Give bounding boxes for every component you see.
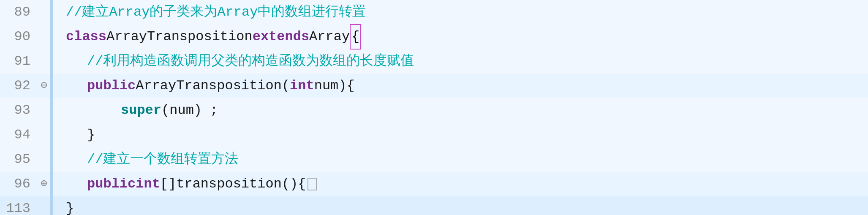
comment-89: //建立Array的子类来为Array中的数组进行转置 bbox=[66, 0, 366, 24]
code-content-96: public int [] transposition () { bbox=[53, 172, 868, 196]
code-line-91: 91 //利用构造函数调用父类的构造函数为数组的长度赋值 bbox=[0, 49, 868, 74]
left-bar-93 bbox=[50, 98, 53, 123]
left-bar-95 bbox=[50, 147, 53, 172]
code-content-94: } bbox=[53, 123, 868, 147]
keyword-super: super bbox=[121, 99, 161, 122]
line-number-93: 93 bbox=[0, 99, 38, 122]
method-brace: { bbox=[298, 172, 306, 196]
left-bar-89 bbox=[50, 0, 53, 25]
code-line-94: 94 } bbox=[0, 123, 868, 147]
line-indicator-92: ⊖ bbox=[38, 76, 50, 96]
closing-brace-113: } bbox=[66, 197, 74, 215]
line-number-94: 94 bbox=[0, 123, 38, 147]
code-line-113: 113 } bbox=[0, 196, 868, 215]
method-name: transposition bbox=[176, 172, 282, 196]
super-call: (num) ; bbox=[161, 99, 218, 122]
classname-array: Array bbox=[309, 25, 350, 49]
brace-92: { bbox=[347, 74, 355, 98]
line-number-113: 113 bbox=[0, 197, 38, 215]
comment-91: //利用构造函数调用父类的构造函数为数组的长度赋值 bbox=[87, 50, 414, 73]
code-content-113: } bbox=[53, 197, 868, 215]
line-number-91: 91 bbox=[0, 50, 38, 73]
line-number-96: 96 bbox=[0, 172, 38, 196]
line-number-92: 92 bbox=[0, 74, 38, 98]
left-bar-94 bbox=[50, 123, 53, 147]
opening-brace-90: { bbox=[350, 24, 361, 50]
keyword-int-96: int bbox=[136, 172, 160, 196]
keyword-extends: extends bbox=[253, 25, 309, 49]
paren-close-92: ) bbox=[338, 74, 346, 98]
code-content-90: class ArrayTransposition extends Array{ bbox=[53, 24, 868, 50]
line-number-90: 90 bbox=[0, 25, 38, 49]
code-content-95: //建立一个数组转置方法 bbox=[53, 148, 868, 171]
code-content-91: //利用构造函数调用父类的构造函数为数组的长度赋值 bbox=[53, 50, 868, 73]
left-bar-96 bbox=[50, 172, 53, 196]
comment-95: //建立一个数组转置方法 bbox=[87, 148, 238, 171]
line-number-95: 95 bbox=[0, 148, 38, 171]
code-line-96: 96 ⊕ public int [] transposition () { bbox=[0, 172, 868, 196]
code-line-90: 90 class ArrayTransposition extends Arra… bbox=[0, 25, 868, 49]
keyword-public-96: public bbox=[87, 172, 136, 196]
code-line-93: 93 super (num) ; bbox=[0, 98, 868, 123]
line-number-89: 89 bbox=[0, 0, 38, 24]
code-line-95: 95 //建立一个数组转置方法 bbox=[0, 147, 868, 172]
classname-arraytransposition: ArrayTransposition bbox=[106, 25, 253, 49]
keyword-int-92: int bbox=[290, 74, 314, 98]
code-content-92: public ArrayTransposition (int num ) { bbox=[53, 74, 868, 98]
constructor-name: ArrayTransposition bbox=[136, 74, 282, 98]
left-bar-90 bbox=[50, 25, 53, 49]
code-editor: 89 //建立Array的子类来为Array中的数组进行转置 90 class … bbox=[0, 0, 868, 215]
code-line-89: 89 //建立Array的子类来为Array中的数组进行转置 bbox=[0, 0, 868, 25]
param-num: num bbox=[314, 74, 339, 98]
keyword-class: class bbox=[66, 25, 106, 49]
code-line-92: 92 ⊖ public ArrayTransposition (int num … bbox=[0, 74, 868, 98]
keyword-public-92: public bbox=[87, 74, 136, 98]
array-brackets: [] bbox=[160, 172, 176, 196]
left-bar-113 bbox=[50, 196, 53, 215]
method-parens: () bbox=[282, 172, 298, 196]
line-indicator-96: ⊕ bbox=[38, 174, 50, 194]
left-bar-91 bbox=[50, 49, 53, 74]
left-bar-92 bbox=[50, 74, 53, 98]
collapsed-indicator bbox=[307, 178, 317, 190]
code-content-89: //建立Array的子类来为Array中的数组进行转置 bbox=[53, 0, 868, 24]
code-content-93: super (num) ; bbox=[53, 99, 868, 122]
paren-open-92: ( bbox=[282, 74, 290, 98]
closing-brace-94: } bbox=[87, 123, 95, 147]
